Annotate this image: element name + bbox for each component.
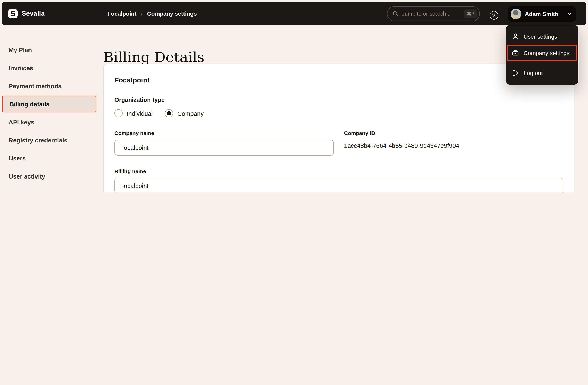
help-icon: ?	[492, 12, 496, 19]
avatar	[510, 9, 521, 19]
topbar: Sevalla Focalpoint / Company settings Ju…	[2, 2, 586, 25]
menu-item-log-out[interactable]: Log out	[506, 65, 578, 81]
sevalla-logo-icon	[8, 9, 18, 18]
app-root: Sevalla Focalpoint / Company settings Ju…	[0, 0, 588, 192]
breadcrumb: Focalpoint / Company settings	[107, 2, 197, 25]
radio-individual-circle[interactable]	[114, 109, 123, 117]
page-title: Billing Details	[103, 49, 204, 65]
menu-item-label: Log out	[524, 70, 543, 76]
billing-name-field: Billing name	[114, 168, 563, 192]
sidebar-item-user-activity[interactable]: User activity	[2, 168, 96, 185]
company-heading: Focalpoint	[114, 76, 563, 85]
search-input[interactable]: Jump to or search... ⌘ /	[387, 6, 480, 21]
brand-name: Sevalla	[22, 10, 45, 17]
sidebar-item-api-keys[interactable]: API keys	[2, 114, 96, 131]
user-dropdown-menu: User settings Company settings Log out	[505, 25, 579, 85]
menu-divider	[506, 63, 578, 63]
billing-name-label: Billing name	[114, 168, 563, 174]
brand[interactable]: Sevalla	[8, 2, 45, 25]
company-name-input[interactable]	[114, 139, 334, 156]
sidebar-item-invoices[interactable]: Invoices	[2, 60, 96, 76]
radio-company-label: Company	[177, 110, 204, 117]
company-id-value: 1acc48b4-7664-4b55-b489-9d4347e9f904	[344, 142, 563, 149]
breadcrumb-project[interactable]: Focalpoint	[107, 10, 137, 17]
radio-company[interactable]: Company	[165, 109, 204, 117]
menu-item-label: User settings	[524, 33, 557, 40]
user-name: Adam Smith	[525, 11, 563, 17]
billing-name-input[interactable]	[114, 178, 563, 192]
organization-type-label: Organization type	[114, 96, 563, 103]
company-id-label: Company ID	[344, 130, 563, 136]
sevalla-logo-glyph	[10, 11, 16, 16]
sidebar-item-payment-methods[interactable]: Payment methods	[2, 78, 96, 94]
menu-item-user-settings[interactable]: User settings	[506, 28, 578, 45]
sidebar-item-my-plan[interactable]: My Plan	[2, 42, 96, 58]
search-placeholder: Jump to or search...	[402, 11, 461, 17]
radio-individual-label: Individual	[127, 110, 153, 117]
menu-item-company-settings[interactable]: Company settings	[507, 45, 577, 61]
company-id-field: Company ID 1acc48b4-7664-4b55-b489-9d434…	[344, 130, 563, 149]
help-button[interactable]: ?	[490, 11, 498, 20]
company-name-label: Company name	[114, 130, 334, 136]
logout-icon	[512, 69, 519, 77]
chevron-down-icon	[567, 11, 572, 16]
briefcase-icon	[512, 49, 519, 57]
radio-individual[interactable]: Individual	[114, 109, 153, 117]
search-icon	[392, 11, 399, 17]
search-shortcut-badge: ⌘ /	[464, 9, 477, 18]
user-icon	[512, 33, 519, 40]
breadcrumb-separator: /	[141, 10, 143, 17]
sidebar-item-registry-credentials[interactable]: Registry credentials	[2, 132, 96, 149]
organization-type-group: Individual Company	[114, 109, 563, 117]
user-menu-button[interactable]: Adam Smith	[508, 6, 576, 22]
billing-details-card: Focalpoint Organization type Individual …	[103, 64, 574, 192]
menu-item-label: Company settings	[524, 50, 569, 56]
breadcrumb-page[interactable]: Company settings	[147, 10, 197, 17]
sidebar: My Plan Invoices Payment methods Billing…	[2, 42, 96, 186]
sidebar-item-billing-details[interactable]: Billing details	[2, 96, 96, 113]
company-name-field: Company name	[114, 130, 334, 156]
sidebar-item-users[interactable]: Users	[2, 150, 96, 167]
radio-company-circle[interactable]	[165, 109, 173, 117]
